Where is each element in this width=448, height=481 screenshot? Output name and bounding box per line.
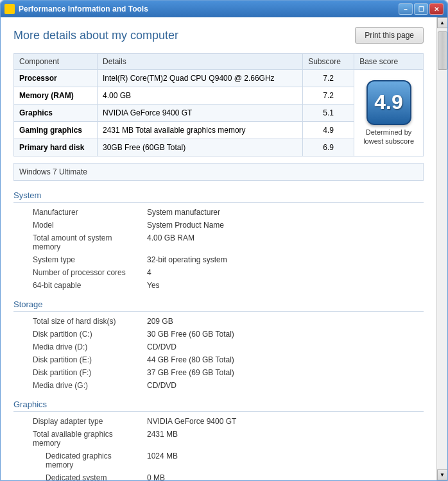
info-value: 1024 MB (142, 450, 424, 471)
storage-info-table: Total size of hard disk(s) 209 GB Disk p… (13, 315, 424, 392)
performance-table: Component Details Subscore Base score Pr… (13, 53, 424, 156)
storage-section-header: Storage (13, 300, 424, 312)
app-icon (4, 4, 15, 14)
graphics-section-header: Graphics (13, 400, 424, 412)
perf-label: Primary hard disk (14, 139, 98, 156)
col-component: Component (14, 54, 98, 70)
info-value: 4.00 GB RAM (142, 232, 424, 253)
print-button[interactable]: Print this page (355, 27, 424, 44)
info-label: Media drive (G:) (13, 379, 142, 392)
perf-subscore: 4.9 (303, 122, 354, 139)
info-value: System manufacturer (142, 206, 424, 219)
info-value: CD/DVD (142, 379, 424, 392)
page-header: More details about my computer Print thi… (13, 27, 424, 44)
perf-details: NVIDIA GeForce 9400 GT (98, 105, 303, 122)
scroll-thumb-area (437, 28, 447, 469)
title-bar: Performance Information and Tools – ❐ ✕ (1, 1, 447, 17)
info-label: System type (13, 253, 142, 266)
info-value: 30 GB Free (60 GB Total) (142, 328, 424, 341)
col-subscore: Subscore (303, 54, 354, 70)
info-value: 0 MB (142, 471, 424, 480)
info-value: System Product Name (142, 219, 424, 232)
info-label: Disk partition (F:) (13, 366, 142, 379)
scroll-up-arrow[interactable]: ▲ (437, 17, 448, 28)
info-label: Total available graphics memory (13, 428, 142, 450)
score-badge: 4.9 Determined bylowest subscore (363, 80, 414, 146)
scroll-down-arrow[interactable]: ▼ (437, 469, 448, 480)
info-value: 209 GB (142, 315, 424, 328)
graphics-info-table: Display adapter type NVIDIA GeForce 9400… (13, 415, 424, 480)
info-label: Model (13, 219, 142, 232)
info-value: 4 (142, 266, 424, 279)
main-content: More details about my computer Print thi… (1, 17, 436, 480)
col-details: Details (98, 54, 303, 70)
info-label: Number of processor cores (13, 266, 142, 279)
system-section-header: System (13, 190, 424, 203)
scroll-thumb[interactable] (438, 31, 447, 70)
perf-label: Memory (RAM) (14, 87, 98, 105)
info-label: Dedicated system memory (13, 471, 142, 480)
minimize-button[interactable]: – (399, 3, 413, 15)
perf-subscore: 7.2 (303, 87, 354, 105)
perf-details: 30GB Free (60GB Total) (98, 139, 303, 156)
info-value: Yes (142, 279, 424, 292)
window-controls: – ❐ ✕ (399, 3, 444, 15)
info-value: 2431 MB (142, 428, 424, 450)
window-title: Performance Information and Tools (19, 4, 148, 13)
perf-details: 2431 MB Total available graphics memory (98, 122, 303, 139)
perf-subscore: 7.2 (303, 70, 354, 87)
close-button[interactable]: ✕ (429, 3, 444, 15)
score-circle: 4.9 (366, 80, 411, 125)
info-value: NVIDIA GeForce 9400 GT (142, 415, 424, 428)
perf-details: 4.00 GB (98, 87, 303, 105)
info-value: CD/DVD (142, 341, 424, 353)
perf-subscore: 5.1 (303, 105, 354, 122)
info-value: 44 GB Free (80 GB Total) (142, 353, 424, 366)
info-label: 64-bit capable (13, 279, 142, 292)
restore-button[interactable]: ❐ (414, 3, 428, 15)
info-label: Display adapter type (13, 415, 142, 428)
info-value: 37 GB Free (69 GB Total) (142, 366, 424, 379)
info-label: Dedicated graphics memory (13, 450, 142, 471)
perf-label: Gaming graphics (14, 122, 98, 139)
system-info-table: Manufacturer System manufacturer Model S… (13, 206, 424, 292)
window: Performance Information and Tools – ❐ ✕ … (0, 0, 448, 481)
info-value: 32-bit operating system (142, 253, 424, 266)
info-label: Disk partition (C:) (13, 328, 142, 341)
perf-label: Graphics (14, 105, 98, 122)
perf-label: Processor (14, 70, 98, 87)
info-label: Media drive (D:) (13, 341, 142, 353)
col-basescore: Base score (354, 54, 424, 70)
info-label: Total size of hard disk(s) (13, 315, 142, 328)
base-score-cell: 4.9 Determined bylowest subscore (354, 70, 424, 156)
windows-edition: Windows 7 Ultimate (13, 163, 424, 181)
info-label: Disk partition (E:) (13, 353, 142, 366)
perf-subscore: 6.9 (303, 139, 354, 156)
page-title: More details about my computer (13, 29, 178, 42)
score-label: Determined bylowest subscore (363, 128, 414, 146)
info-label: Total amount of system memory (13, 232, 142, 253)
perf-details: Intel(R) Core(TM)2 Quad CPU Q9400 @ 2.66… (98, 70, 303, 87)
scrollbar[interactable]: ▲ ▼ (436, 17, 447, 480)
info-label: Manufacturer (13, 206, 142, 219)
